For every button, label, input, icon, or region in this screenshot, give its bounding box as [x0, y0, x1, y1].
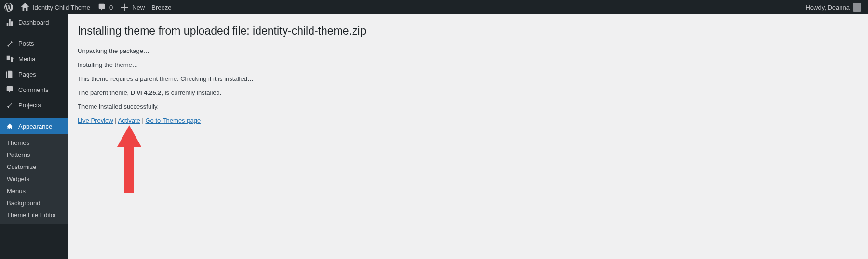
- site-link[interactable]: Identity Child Theme: [20, 2, 90, 12]
- status-parent: The parent theme, Divi 4.25.2, is curren…: [78, 89, 858, 96]
- admin-bar-left: Identity Child Theme 0 New Breeze: [4, 2, 171, 12]
- new-label: New: [132, 4, 145, 11]
- site-name: Identity Child Theme: [33, 4, 90, 11]
- status-installing: Installing the theme…: [78, 61, 858, 68]
- my-account[interactable]: Howdy, Deanna: [805, 3, 861, 12]
- activate-link[interactable]: Activate: [118, 117, 140, 124]
- home-icon: [20, 2, 30, 12]
- status-success: Theme installed successfully.: [78, 103, 858, 110]
- appearance-submenu: Themes Patterns Customize Widgets Menus …: [0, 134, 68, 224]
- dashboard-icon: [5, 17, 14, 27]
- status-unpacking: Unpacking the package…: [78, 47, 858, 54]
- pin-icon: [5, 100, 14, 110]
- menu-comments[interactable]: Comments: [0, 82, 68, 97]
- parent-suffix: , is currently installed.: [161, 89, 221, 96]
- menu-posts[interactable]: Posts: [0, 36, 68, 51]
- comments-count: 0: [109, 4, 113, 11]
- menu-label: Media: [18, 55, 35, 63]
- menu-media[interactable]: Media: [0, 51, 68, 66]
- submenu-widgets[interactable]: Widgets: [0, 173, 68, 185]
- comment-icon: [5, 85, 14, 94]
- howdy-text: Howdy, Deanna: [805, 4, 850, 11]
- pages-icon: [5, 69, 14, 79]
- menu-pages[interactable]: Pages: [0, 66, 68, 82]
- breeze-link[interactable]: Breeze: [151, 4, 171, 11]
- avatar: [853, 3, 861, 12]
- menu-projects[interactable]: Projects: [0, 97, 68, 113]
- breeze-label: Breeze: [151, 4, 171, 11]
- menu-label: Projects: [18, 102, 41, 109]
- submenu-menus[interactable]: Menus: [0, 185, 68, 197]
- appearance-icon: [5, 121, 14, 131]
- menu-label: Appearance: [18, 123, 52, 130]
- wordpress-icon: [4, 2, 14, 12]
- live-preview-link[interactable]: Live Preview: [78, 117, 113, 124]
- go-to-themes-link[interactable]: Go to Themes page: [145, 117, 201, 124]
- pin-icon: [5, 39, 14, 48]
- media-icon: [5, 54, 14, 64]
- page-title: Installing theme from uploaded file: ide…: [78, 24, 858, 39]
- menu-label: Dashboard: [18, 19, 49, 26]
- plus-icon: [120, 2, 129, 12]
- submenu-customize[interactable]: Customize: [0, 161, 68, 173]
- comment-icon: [97, 2, 107, 12]
- menu-appearance[interactable]: Appearance: [0, 118, 68, 134]
- new-link[interactable]: New: [120, 2, 145, 12]
- admin-menu: Dashboard Posts Media Pages Comments Pro…: [0, 14, 68, 259]
- parent-theme-name: Divi 4.25.2: [131, 89, 162, 96]
- menu-dashboard[interactable]: Dashboard: [0, 14, 68, 30]
- menu-label: Comments: [18, 86, 49, 93]
- admin-bar-right: Howdy, Deanna: [805, 3, 864, 12]
- submenu-themes[interactable]: Themes: [0, 137, 68, 149]
- menu-label: Pages: [18, 71, 36, 78]
- menu-label: Posts: [18, 40, 34, 47]
- parent-prefix: The parent theme,: [78, 89, 131, 96]
- action-links: Live Preview | Activate | Go to Themes p…: [78, 117, 858, 124]
- comments-link[interactable]: 0: [97, 2, 113, 12]
- status-checking: This theme requires a parent theme. Chec…: [78, 75, 858, 82]
- annotation-arrow: [115, 125, 144, 194]
- submenu-theme-file-editor[interactable]: Theme File Editor: [0, 209, 68, 221]
- submenu-background[interactable]: Background: [0, 197, 68, 209]
- submenu-patterns[interactable]: Patterns: [0, 149, 68, 161]
- wordpress-logo[interactable]: [4, 2, 14, 12]
- admin-bar: Identity Child Theme 0 New Breeze Howdy,…: [0, 0, 868, 14]
- main-content: Installing theme from uploaded file: ide…: [68, 14, 868, 124]
